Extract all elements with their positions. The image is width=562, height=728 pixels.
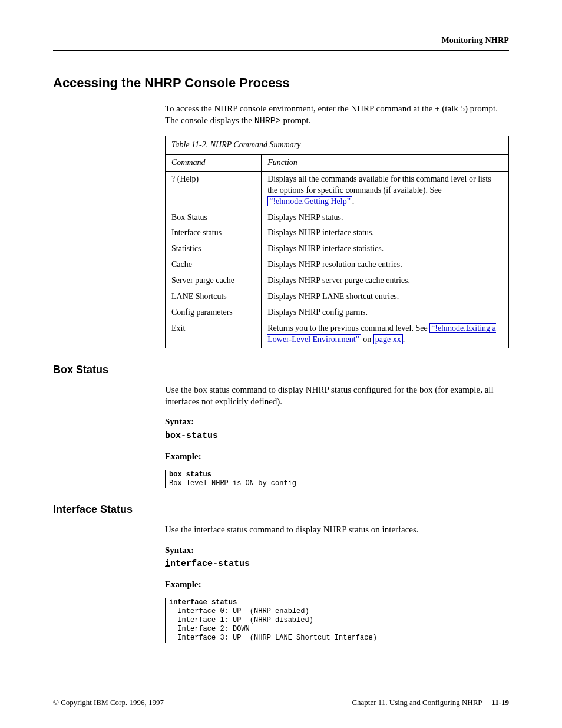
table-caption-label: Table 11-2. [171, 140, 208, 149]
example-output-line: Interface 3: UP (NHRP LANE Shortcut Inte… [169, 634, 377, 642]
syntax-line: interface-status [165, 557, 509, 570]
table-row: ? (Help) Displays all the commands avail… [166, 171, 509, 209]
cmd-cell: Server purge cache [166, 273, 262, 289]
intro-block: To access the NHRP console environment, … [165, 103, 509, 348]
example-output-line: Interface 2: DOWN [169, 625, 250, 633]
syntax-label: Syntax: [165, 544, 509, 556]
cmd-cell: Interface status [166, 225, 262, 241]
cmd-cell: ? (Help) [166, 171, 262, 209]
example-cmd: interface status [169, 598, 237, 607]
table-row: Box Status Displays NHRP status. [166, 210, 509, 226]
cmd-cell: Box Status [166, 210, 262, 226]
table-row: Cache Displays NHRP resolution cache ent… [166, 257, 509, 273]
func-text-post: . [403, 335, 405, 344]
syntax-rest: nterface-status [170, 559, 250, 569]
example-output-line: Interface 0: UP (NHRP enabled) [169, 607, 309, 615]
table-caption: Table 11-2. NHRP Command Summary [165, 136, 509, 155]
section-heading-access: Accessing the NHRP Console Process [53, 74, 509, 92]
func-cell: Displays NHRP status. [262, 210, 509, 226]
func-cell: Displays NHRP server purge cache entries… [262, 273, 509, 289]
xref-page-ref[interactable]: page xx [373, 334, 403, 344]
cmd-cell: LANE Shortcuts [166, 289, 262, 305]
table-row: Exit Returns you to the previous command… [166, 321, 509, 348]
cmd-cell: Config parameters [166, 305, 262, 321]
box-status-block: Use the box status command to display NH… [165, 384, 509, 488]
table-caption-text: NHRP Command Summary [210, 140, 301, 149]
footer-copyright: © Copyright IBM Corp. 1996, 1997 [53, 697, 164, 708]
command-summary-table: Table 11-2. NHRP Command Summary Command… [165, 136, 509, 348]
page: Monitoring NHRP Accessing the NHRP Conso… [0, 0, 562, 728]
box-status-example: box status Box level NHRP is ON by confi… [165, 470, 509, 488]
cmd-cell: Exit [166, 321, 262, 348]
intro-text-post: prompt. [283, 116, 310, 125]
xref-getting-help[interactable]: “!ehmode.Getting Help” [267, 196, 352, 206]
intro-paragraph: To access the NHRP console environment, … [165, 103, 509, 128]
syntax-rest: ox-status [170, 431, 218, 441]
footer-chapter: Chapter 11. Using and Configuring NHRP [352, 698, 482, 707]
section-heading-box-status: Box Status [53, 363, 509, 377]
col-header-function: Function [262, 155, 509, 171]
func-cell: Displays NHRP resolution cache entries. [262, 257, 509, 273]
func-cell: Displays NHRP interface statistics. [262, 241, 509, 257]
syntax-label: Syntax: [165, 416, 509, 427]
footer-page-number: 11-19 [491, 698, 509, 707]
func-cell: Displays NHRP interface status. [262, 225, 509, 241]
func-text-pre: Returns you to the previous command leve… [267, 324, 429, 332]
func-cell: Displays NHRP LANE shortcut entries. [262, 289, 509, 305]
example-output-line: Interface 1: UP (NHRP disabled) [169, 616, 313, 624]
table-row: LANE Shortcuts Displays NHRP LANE shortc… [166, 289, 509, 305]
func-cell: Displays NHRP config parms. [262, 305, 509, 321]
interface-status-example: interface status Interface 0: UP (NHRP e… [165, 598, 509, 643]
top-rule [53, 50, 509, 51]
section-heading-interface-status: Interface Status [53, 502, 509, 516]
table-row: Interface status Displays NHRP interface… [166, 225, 509, 241]
syntax-line: box-status [165, 429, 509, 442]
intro-text-pre: To access the NHRP console environment, … [165, 104, 498, 125]
table-row: Server purge cache Displays NHRP server … [166, 273, 509, 289]
console-prompt: NHRP> [254, 116, 281, 126]
example-output: Box level NHRP is ON by config [169, 479, 296, 487]
footer: © Copyright IBM Corp. 1996, 1997 Chapter… [53, 697, 509, 708]
example-label: Example: [165, 578, 509, 590]
syntax-key: i [165, 559, 170, 569]
interface-status-desc: Use the interface status command to disp… [165, 523, 509, 535]
col-header-command: Command [166, 155, 262, 171]
box-status-desc: Use the box status command to display NH… [165, 384, 509, 408]
example-label: Example: [165, 450, 509, 462]
func-text-pre: Displays all the commands available for … [267, 174, 491, 195]
func-text-post: . [352, 197, 355, 206]
table-row: Config parameters Displays NHRP config p… [166, 305, 509, 321]
cmd-cell: Cache [166, 257, 262, 273]
running-head: Monitoring NHRP [53, 35, 509, 47]
syntax-key: b [165, 431, 170, 441]
func-cell: Returns you to the previous command leve… [262, 321, 509, 348]
interface-status-block: Use the interface status command to disp… [165, 523, 509, 643]
table-row: Statistics Displays NHRP interface stati… [166, 241, 509, 257]
cmd-cell: Statistics [166, 241, 262, 257]
func-cell: Displays all the commands available for … [262, 171, 509, 209]
example-cmd: box status [169, 470, 211, 479]
